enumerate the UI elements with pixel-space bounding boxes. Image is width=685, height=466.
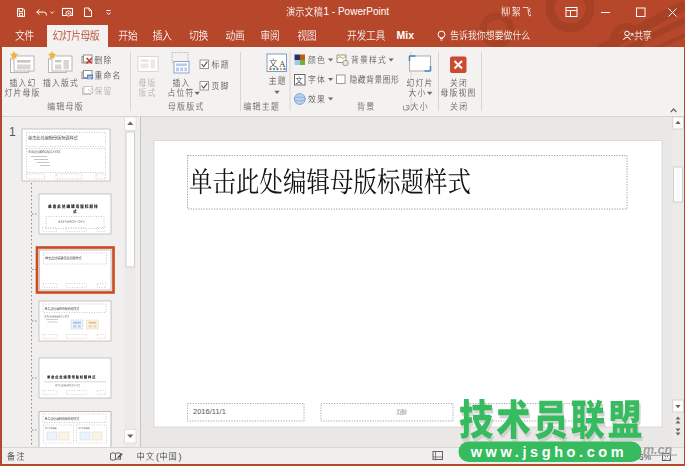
- svg-text:A: A: [279, 59, 286, 69]
- svg-text:1: 1: [9, 125, 16, 139]
- svg-text:2016/11/1: 2016/11/1: [193, 407, 226, 416]
- svg-text:1 - PowerPoint: 1 - PowerPoint: [324, 6, 390, 17]
- svg-text:(: (: [156, 452, 159, 462]
- svg-text:www.jsgho.com: www.jsgho.com: [470, 444, 628, 460]
- svg-text:Mix: Mix: [397, 29, 415, 41]
- svg-text:): ): [179, 452, 182, 462]
